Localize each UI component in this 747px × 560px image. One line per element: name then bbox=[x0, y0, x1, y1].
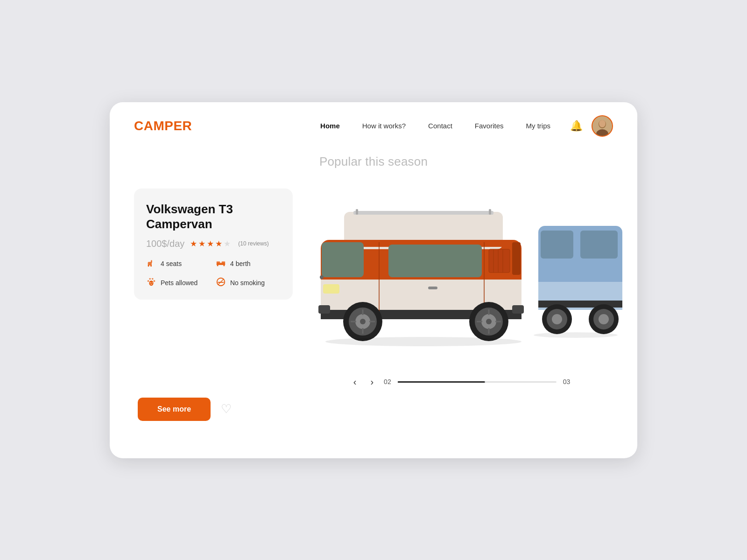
svg-point-44 bbox=[360, 319, 366, 324]
svg-point-17 bbox=[154, 280, 155, 282]
svg-rect-5 bbox=[151, 260, 152, 263]
prev-button[interactable]: ‹ bbox=[350, 375, 360, 389]
avatar[interactable] bbox=[592, 115, 613, 137]
svg-point-14 bbox=[149, 278, 151, 280]
vehicle-price: 100$/day bbox=[146, 238, 184, 249]
seats-icon bbox=[146, 258, 156, 270]
pets-label: Pets allowed bbox=[161, 279, 197, 287]
svg-rect-58 bbox=[353, 211, 493, 215]
svg-point-70 bbox=[552, 314, 562, 324]
slide-current: 02 bbox=[384, 378, 391, 385]
header: CAMPER Home How it works? Contact Favori… bbox=[110, 102, 637, 137]
nav-my-trips[interactable]: My trips bbox=[526, 122, 551, 130]
see-more-button[interactable]: See more bbox=[138, 398, 211, 421]
info-card: Volkswagen T3 Campervan 100$/day ★ ★ ★ ★… bbox=[134, 189, 293, 300]
svg-rect-7 bbox=[150, 265, 152, 266]
svg-rect-66 bbox=[541, 231, 573, 259]
svg-point-57 bbox=[325, 337, 521, 346]
heart-icon: ♡ bbox=[221, 402, 232, 416]
features-grid: 4 seats bbox=[146, 258, 281, 289]
star-rating: ★ ★ ★ ★ ★ bbox=[190, 239, 231, 249]
smoking-label: No smoking bbox=[230, 279, 265, 287]
seats-label: 4 seats bbox=[161, 260, 182, 267]
svg-rect-31 bbox=[388, 245, 482, 277]
svg-rect-9 bbox=[217, 263, 225, 265]
svg-rect-39 bbox=[318, 305, 330, 314]
progress-fill bbox=[398, 381, 485, 383]
svg-point-15 bbox=[152, 278, 154, 280]
feature-seats: 4 seats bbox=[146, 258, 211, 270]
svg-rect-32 bbox=[489, 249, 510, 273]
section-title: Popular this season bbox=[134, 154, 613, 169]
bell-icon: 🔔 bbox=[570, 120, 583, 132]
main-card: CAMPER Home How it works? Contact Favori… bbox=[110, 102, 637, 458]
feature-smoking: No smoking bbox=[216, 277, 281, 289]
nav: Home How it works? Contact Favorites My … bbox=[320, 122, 550, 130]
berth-label: 4 berth bbox=[230, 260, 251, 267]
slide-total: 03 bbox=[563, 378, 571, 385]
star-3: ★ bbox=[207, 239, 214, 249]
content-row: Volkswagen T3 Campervan 100$/day ★ ★ ★ ★… bbox=[134, 184, 613, 380]
notification-button[interactable]: 🔔 bbox=[567, 117, 585, 135]
star-4: ★ bbox=[215, 239, 222, 249]
svg-rect-10 bbox=[217, 261, 220, 263]
feature-pets: Pets allowed bbox=[146, 277, 211, 289]
svg-point-20 bbox=[152, 282, 153, 283]
svg-rect-61 bbox=[428, 287, 437, 289]
svg-rect-11 bbox=[222, 261, 225, 263]
image-area: ‹ › 02 03 bbox=[307, 184, 613, 380]
svg-point-48 bbox=[486, 319, 492, 324]
svg-point-18 bbox=[149, 280, 153, 286]
svg-point-16 bbox=[148, 280, 149, 282]
avatar-svg bbox=[592, 116, 612, 136]
svg-rect-60 bbox=[489, 209, 491, 215]
nav-contact[interactable]: Contact bbox=[428, 122, 452, 130]
star-5: ★ bbox=[224, 239, 231, 249]
berth-icon bbox=[216, 258, 226, 270]
star-2: ★ bbox=[198, 239, 205, 249]
nav-how-it-works[interactable]: How it works? bbox=[362, 122, 406, 130]
bottom-spacer bbox=[134, 421, 613, 458]
progress-bar-container bbox=[398, 381, 557, 383]
svg-point-74 bbox=[534, 332, 618, 338]
favorite-button[interactable]: ♡ bbox=[221, 402, 232, 416]
carousel-controls: ‹ › 02 03 bbox=[350, 375, 571, 389]
logo: CAMPER bbox=[134, 119, 192, 133]
pets-icon bbox=[146, 277, 156, 289]
nav-home[interactable]: Home bbox=[320, 122, 340, 130]
vehicle-title: Volkswagen T3 Campervan bbox=[146, 202, 281, 232]
card-actions: See more ♡ bbox=[134, 398, 613, 421]
header-actions: 🔔 bbox=[567, 115, 613, 137]
main-content: Popular this season Volkswagen T3 Camper… bbox=[110, 137, 637, 458]
svg-rect-40 bbox=[512, 305, 524, 314]
svg-rect-67 bbox=[580, 231, 618, 259]
svg-rect-36 bbox=[323, 284, 339, 294]
nav-favorites[interactable]: Favorites bbox=[475, 122, 504, 130]
progress-track bbox=[398, 381, 557, 383]
svg-rect-13 bbox=[224, 265, 225, 266]
no-smoking-icon bbox=[216, 277, 226, 289]
svg-rect-29 bbox=[322, 242, 364, 277]
svg-rect-12 bbox=[217, 265, 218, 266]
svg-point-3 bbox=[599, 120, 606, 127]
svg-rect-30 bbox=[512, 242, 521, 275]
feature-berth: 4 berth bbox=[216, 258, 281, 270]
svg-rect-59 bbox=[356, 209, 358, 215]
svg-rect-6 bbox=[148, 265, 149, 266]
next-button[interactable]: › bbox=[366, 375, 377, 389]
price-row: 100$/day ★ ★ ★ ★ ★ (10 reviews) bbox=[146, 238, 281, 249]
svg-point-19 bbox=[150, 282, 151, 283]
reviews-count: (10 reviews) bbox=[238, 240, 268, 247]
star-1: ★ bbox=[190, 239, 197, 249]
svg-point-73 bbox=[599, 314, 609, 324]
secondary-van-svg bbox=[529, 207, 622, 338]
svg-point-62 bbox=[320, 275, 324, 279]
avatar-image bbox=[592, 116, 612, 136]
